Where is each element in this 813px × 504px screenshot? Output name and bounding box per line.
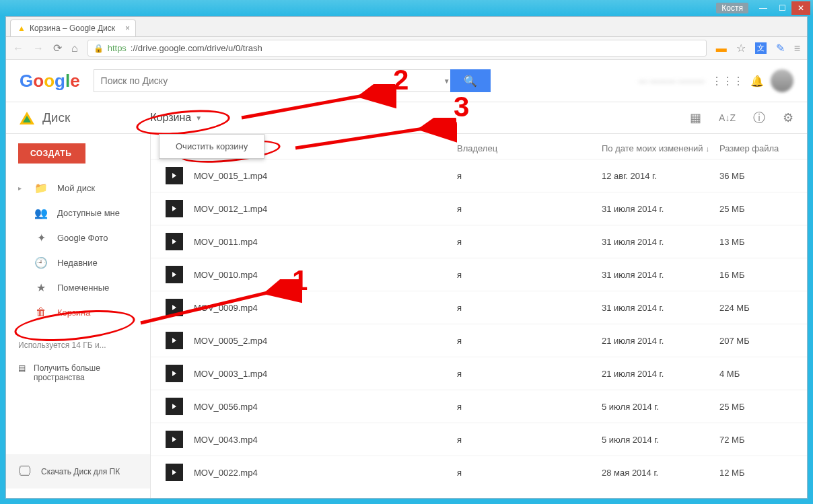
svg-line-1: [242, 91, 390, 118]
file-date: 5 июля 2014 г.: [602, 435, 719, 445]
file-owner: я: [457, 402, 602, 412]
people-icon: 👥: [34, 207, 48, 219]
search-dropdown-icon[interactable]: ▼: [444, 77, 450, 85]
window-user: Костя: [716, 3, 748, 13]
photos-icon: ✦: [34, 231, 48, 244]
file-name: MOV_0043.mp4: [194, 435, 457, 445]
file-date: 31 июля 2014 г.: [602, 303, 719, 313]
file-size: 207 МБ: [719, 336, 800, 346]
download-drive[interactable]: 🖵 Скачать Диск для ПК: [6, 454, 150, 489]
table-row[interactable]: MOV_0043.mp4я5 июля 2014 г.72 МБ: [151, 423, 807, 456]
gear-icon[interactable]: ⚙: [783, 110, 793, 125]
trash-menu-popup: Очистить корзину: [159, 134, 264, 159]
file-date: 31 июля 2014 г.: [602, 237, 719, 247]
sidebar-item-folder[interactable]: ▸📁Мой диск: [6, 176, 150, 201]
extension2-icon[interactable]: ✎: [776, 42, 785, 55]
get-more-label: Получить больше пространства: [34, 363, 138, 382]
table-row[interactable]: MOV_0056.mp4я5 июля 2014 г.25 МБ: [151, 390, 807, 423]
google-header: Google ▼ 🔍 — ——— ——— ⋮⋮⋮ 🔔: [6, 60, 807, 102]
sidebar-item-label: Мой диск: [57, 183, 95, 193]
download-label: Скачать Диск для ПК: [41, 467, 120, 476]
video-thumb-icon: [166, 167, 183, 184]
forward-icon[interactable]: →: [33, 42, 44, 55]
menu-icon[interactable]: ≡: [794, 42, 800, 55]
file-size: 13 МБ: [719, 237, 800, 247]
file-date: 31 июля 2014 г.: [602, 204, 719, 214]
search-button[interactable]: 🔍: [450, 69, 491, 92]
file-date: 31 июля 2014 г.: [602, 270, 719, 280]
video-thumb-icon: [166, 431, 183, 448]
col-size[interactable]: Размер файла: [719, 143, 800, 153]
clock-icon: 🕘: [34, 256, 48, 269]
view-tools: ▦ A↓Z ⓘ ⚙: [690, 110, 793, 126]
col-owner[interactable]: Владелец: [457, 143, 602, 153]
get-more-storage[interactable]: ▤ Получить больше пространства: [6, 358, 150, 388]
tab-bar: ▲ Корзина – Google Диск ×: [6, 17, 807, 37]
info-icon[interactable]: ⓘ: [753, 110, 765, 126]
address-bar: ← → ⟳ ⌂ 🔒 https://drive.google.com/drive…: [6, 37, 807, 60]
file-size: 16 МБ: [719, 270, 800, 280]
file-size: 36 МБ: [719, 171, 800, 181]
table-row[interactable]: MOV_0012_1.mp4я31 июля 2014 г.25 МБ: [151, 192, 807, 225]
close-button[interactable]: ✕: [791, 1, 810, 15]
col-date[interactable]: По дате моих изменений↓: [602, 143, 719, 153]
file-owner: я: [457, 369, 602, 379]
svg-line-2: [295, 124, 450, 148]
minimize-button[interactable]: —: [754, 1, 773, 15]
google-logo[interactable]: Google: [20, 71, 80, 92]
table-row[interactable]: MOV_0022.mp4я28 мая 2014 г.12 МБ: [151, 456, 807, 489]
url-scheme: https: [108, 43, 127, 53]
url-input[interactable]: 🔒 https://drive.google.com/drive/u/0/tra…: [87, 40, 707, 57]
home-icon[interactable]: ⌂: [71, 42, 78, 55]
browser-tab[interactable]: ▲ Корзина – Google Диск ×: [10, 20, 136, 36]
file-size: 12 МБ: [719, 468, 800, 478]
sidebar-item-label: Недавние: [57, 258, 98, 268]
table-row[interactable]: MOV_0003_1.mp4я21 июля 2014 г.4 МБ: [151, 357, 807, 390]
sidebar-item-people[interactable]: 👥Доступные мне: [6, 201, 150, 225]
file-name: MOV_0056.mp4: [194, 402, 457, 412]
avatar[interactable]: [771, 69, 793, 92]
file-name: MOV_0012_1.mp4: [194, 204, 457, 214]
drive-icon: [20, 112, 34, 124]
notifications-icon[interactable]: 🔔: [750, 75, 764, 87]
sidebar-item-label: Помеченные: [57, 283, 109, 293]
file-name: MOV_0011.mp4: [194, 237, 457, 247]
create-button[interactable]: СОЗДАТЬ: [18, 143, 85, 164]
video-thumb-icon: [166, 200, 183, 217]
sidebar-item-photos[interactable]: ✦Google Фото: [6, 225, 150, 250]
video-thumb-icon: [166, 332, 183, 349]
sidebar-item-star[interactable]: ★Помеченные: [6, 275, 150, 300]
video-thumb-icon: [166, 398, 183, 415]
reload-icon[interactable]: ⟳: [53, 42, 62, 55]
file-size: 224 МБ: [719, 303, 800, 313]
file-name: MOV_0022.mp4: [194, 468, 457, 478]
svg-line-0: [141, 286, 295, 323]
sort-icon[interactable]: A↓Z: [719, 112, 736, 123]
empty-trash-item[interactable]: Очистить корзину: [176, 141, 248, 151]
drive-logo[interactable]: Диск: [20, 110, 70, 125]
file-name: MOV_0005_2.mp4: [194, 336, 457, 346]
arrow-1: [134, 279, 302, 333]
translate-icon[interactable]: 文: [755, 42, 767, 54]
bookmark-icon[interactable]: ☆: [736, 42, 746, 55]
grid-view-icon[interactable]: ▦: [690, 110, 701, 125]
video-thumb-icon: [166, 233, 183, 250]
drive-label: Диск: [42, 110, 70, 125]
maximize-button[interactable]: ☐: [773, 1, 791, 15]
table-row[interactable]: MOV_0015_1.mp4я12 авг. 2014 г.36 МБ: [151, 159, 807, 192]
sidebar-item-label: Google Фото: [57, 233, 108, 243]
user-email: — ——— ———: [639, 76, 705, 86]
back-icon[interactable]: ←: [13, 42, 24, 55]
video-thumb-icon: [166, 464, 183, 481]
file-size: 72 МБ: [719, 435, 800, 445]
file-size: 25 МБ: [719, 204, 800, 214]
drive-favicon-icon: ▲: [17, 24, 26, 33]
extension-icon[interactable]: ▬: [716, 42, 727, 55]
url-path: ://drive.google.com/drive/u/0/trash: [131, 43, 262, 53]
sidebar-item-clock[interactable]: 🕘Недавние: [6, 250, 150, 275]
tab-title: Корзина – Google Диск: [30, 24, 115, 33]
apps-icon[interactable]: ⋮⋮⋮: [711, 75, 744, 87]
video-thumb-icon: [166, 365, 183, 382]
table-row[interactable]: MOV_0011.mp4я31 июля 2014 г.13 МБ: [151, 225, 807, 258]
tab-close-icon[interactable]: ×: [125, 24, 130, 33]
